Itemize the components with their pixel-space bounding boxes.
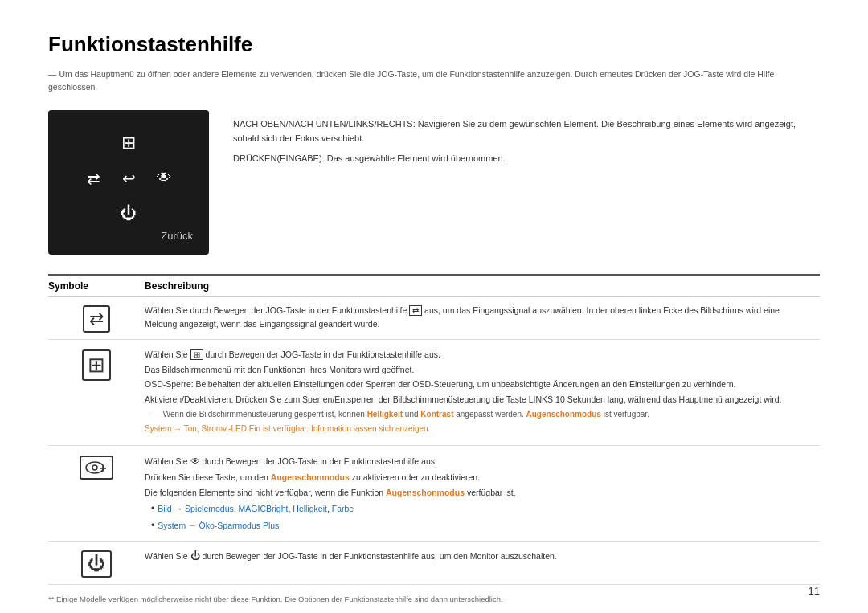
input-desc: Wählen Sie durch Bewegen der JOG-Taste i… bbox=[145, 304, 812, 331]
jog-icons-grid: ⊞ ⇄ ↩ 👁 ⏻ bbox=[77, 127, 180, 230]
jog-cell-back: ↩ bbox=[113, 162, 145, 194]
jog-cell-grid: ⊞ bbox=[113, 127, 145, 159]
eye-desc-1: Wählen Sie 👁 durch Bewegen der JOG-Taste… bbox=[145, 454, 812, 469]
grid-note-1: Wenn die Bildschirmmenüsteuerung gesperr… bbox=[145, 408, 812, 421]
power-icon: ⏻ bbox=[81, 550, 112, 578]
table-row-grid: ⊞ Wählen Sie ⊞ durch Bewegen der JOG-Tas… bbox=[48, 340, 820, 446]
jog-cell-empty-bl bbox=[77, 198, 109, 230]
jog-cell-power: ⏻ bbox=[113, 198, 145, 230]
eye-desc-2: Drücken Sie diese Taste, um den Augensch… bbox=[145, 471, 812, 484]
jog-cell-empty-br bbox=[148, 198, 180, 230]
table-row-eye: Wählen Sie 👁 durch Bewegen der JOG-Taste… bbox=[48, 446, 820, 542]
power-desc: Wählen Sie ⏻ durch Bewegen der JOG-Taste… bbox=[145, 549, 812, 564]
symbol-cell-power: ⏻ bbox=[48, 549, 145, 578]
main-section: ⊞ ⇄ ↩ 👁 ⏻ Zurück NACH OBEN/NACH UNTEN/LI… bbox=[48, 110, 820, 255]
grid-note-2: System → Ton, Stromv.-LED Ein ist verfüg… bbox=[145, 423, 812, 435]
page-number: 11 bbox=[809, 585, 820, 597]
grid-desc-2: Das Bildschirmenmenü mit den Funktionen … bbox=[145, 363, 812, 377]
jog-cell-empty-tr bbox=[148, 127, 180, 159]
symbol-cell-input: ⇄ bbox=[48, 304, 145, 333]
eye-icon bbox=[80, 456, 113, 480]
grid-desc-4: Aktivieren/Deaktivieren: Drücken Sie zum… bbox=[145, 393, 812, 407]
table-row-input: ⇄ Wählen Sie durch Bewegen der JOG-Taste… bbox=[48, 297, 820, 340]
page-title: Funktionstastenhilfe bbox=[48, 32, 820, 57]
page-content: Funktionstastenhilfe Um das Hauptmenü zu… bbox=[0, 0, 868, 613]
nav-instructions: NACH OBEN/NACH UNTEN/LINKS/RECHTS: Navig… bbox=[233, 110, 820, 255]
desc-cell-eye: Wählen Sie 👁 durch Bewegen der JOG-Taste… bbox=[145, 454, 820, 533]
zurck-label: Zurück bbox=[161, 230, 193, 242]
eye-bullet-1: Bild → Spielemodus, MAGICBright, Helligk… bbox=[151, 501, 812, 517]
col-desc-header: Beschreibung bbox=[145, 280, 820, 292]
jog-cell-empty-tl bbox=[77, 127, 109, 159]
footer-note: Einige Modelle verfügen möglicherweise n… bbox=[48, 595, 820, 603]
table-section: Symbole Beschreibung ⇄ Wählen Sie durch … bbox=[48, 274, 820, 586]
input-icon: ⇄ bbox=[83, 305, 110, 333]
intro-text: Um das Hauptmenü zu öffnen oder andere E… bbox=[48, 68, 820, 94]
nav-instruction-2: DRÜCKEN(EINGABE): Das ausgewählte Elemen… bbox=[233, 151, 820, 166]
eye-bullet-2: System → Öko-Sparmodus Plus bbox=[151, 518, 812, 533]
jog-cell-input: ⇄ bbox=[77, 162, 109, 194]
grid-desc-3: OSD-Sperre: Beibehalten der aktuellen Ei… bbox=[145, 378, 812, 391]
grid-icon: ⊞ bbox=[82, 349, 111, 381]
desc-cell-grid: Wählen Sie ⊞ durch Bewegen der JOG-Taste… bbox=[145, 348, 820, 437]
desc-cell-power: Wählen Sie ⏻ durch Bewegen der JOG-Taste… bbox=[145, 549, 820, 566]
symbol-cell-grid: ⊞ bbox=[48, 348, 145, 381]
symbol-cell-eye bbox=[48, 454, 145, 480]
jog-cell-eye: 👁 bbox=[148, 162, 180, 194]
table-header: Symbole Beschreibung bbox=[48, 274, 820, 297]
svg-point-0 bbox=[86, 462, 104, 473]
information-text: Information bbox=[311, 424, 351, 433]
grid-desc-1: Wählen Sie ⊞ durch Bewegen der JOG-Taste… bbox=[145, 348, 812, 362]
nav-instruction-1: NACH OBEN/NACH UNTEN/LINKS/RECHTS: Navig… bbox=[233, 116, 820, 146]
eye-desc-3: Die folgenden Elemente sind nicht verfüg… bbox=[145, 486, 812, 500]
eye-bullet-1-text: Bild → Spielemodus, MAGICBright, Helligk… bbox=[158, 502, 354, 516]
eye-bullet-2-text: System → Öko-Sparmodus Plus bbox=[158, 519, 279, 533]
jog-image: ⊞ ⇄ ↩ 👁 ⏻ Zurück bbox=[48, 110, 209, 255]
svg-point-1 bbox=[92, 465, 97, 470]
table-row-power: ⏻ Wählen Sie ⏻ durch Bewegen der JOG-Tas… bbox=[48, 542, 820, 585]
desc-cell-input: Wählen Sie durch Bewegen der JOG-Taste i… bbox=[145, 304, 820, 333]
col-symbol-header: Symbole bbox=[48, 280, 145, 292]
